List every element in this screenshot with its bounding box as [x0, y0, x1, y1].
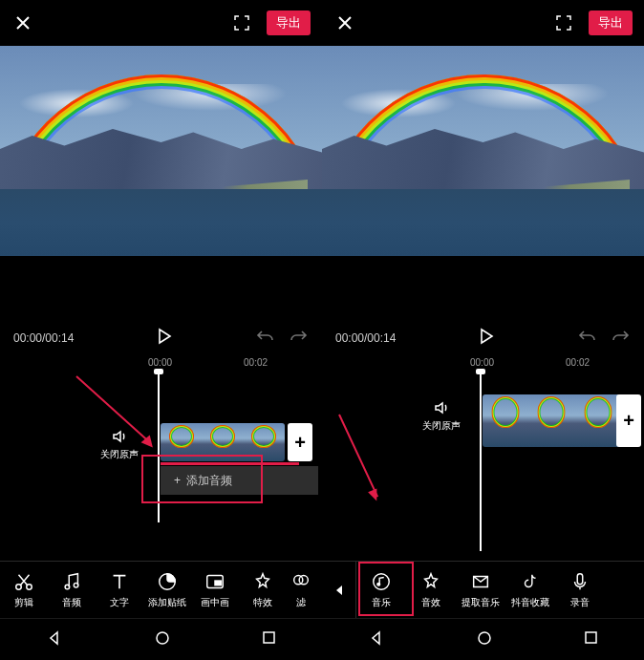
fullscreen-icon[interactable]	[230, 11, 253, 34]
svg-rect-10	[264, 632, 274, 643]
bottom-toolbar: 音乐 音效 提取音乐 抖音收藏 录音	[322, 561, 644, 618]
export-button[interactable]: 导出	[267, 11, 311, 35]
ruler-mark: 00:00	[148, 357, 172, 368]
tool-label: 剪辑	[14, 596, 33, 609]
annotation-box	[141, 455, 263, 503]
mute-toggle[interactable]: 关闭原声	[100, 428, 139, 461]
tool-record[interactable]: 录音	[555, 562, 605, 618]
nav-home[interactable]	[155, 630, 170, 649]
tool-douyin[interactable]: 抖音收藏	[505, 562, 555, 618]
play-button[interactable]	[479, 328, 494, 349]
top-bar: 导出	[322, 0, 644, 46]
add-clip-button[interactable]: +	[288, 423, 312, 461]
tool-effect[interactable]: 特效	[239, 562, 287, 618]
playhead[interactable]	[480, 371, 482, 551]
video-preview[interactable]	[0, 46, 322, 256]
annotation-arrow-head	[368, 489, 381, 503]
svg-point-14	[479, 632, 490, 644]
tool-music[interactable]: 音乐	[356, 562, 406, 618]
svg-point-11	[374, 573, 390, 589]
nav-home[interactable]	[477, 630, 492, 649]
svg-rect-13	[577, 573, 583, 584]
play-button[interactable]	[157, 328, 172, 349]
tool-sfx[interactable]: 音效	[406, 562, 456, 618]
close-icon[interactable]	[11, 11, 34, 34]
ruler-mark: 00:00	[470, 357, 494, 368]
screen-left: 导出 00:00/00:14 00:00 00:02 关闭原	[0, 0, 322, 660]
ruler-mark: 00:02	[566, 357, 590, 368]
tool-label: 音乐	[372, 596, 391, 609]
tool-label: 添加贴纸	[148, 596, 186, 609]
svg-point-9	[157, 632, 168, 644]
toolbar-back[interactable]	[322, 562, 356, 618]
tool-label: 录音	[570, 596, 590, 609]
export-button[interactable]: 导出	[589, 11, 633, 35]
svg-point-12	[377, 583, 380, 585]
svg-rect-15	[586, 632, 596, 643]
timeline[interactable]: 关闭原声 +	[322, 371, 644, 561]
fullscreen-icon[interactable]	[552, 11, 575, 34]
tool-text[interactable]: 文字	[96, 562, 143, 618]
svg-point-8	[299, 575, 308, 584]
nav-recent[interactable]	[262, 630, 276, 649]
tool-label: 抖音收藏	[511, 596, 549, 609]
tool-label: 特效	[253, 596, 272, 609]
svg-rect-6	[215, 581, 221, 585]
add-clip-button[interactable]: +	[616, 394, 641, 447]
time-display: 00:00/00:14	[13, 331, 74, 345]
nav-recent[interactable]	[584, 630, 598, 649]
mute-toggle[interactable]: 关闭原声	[422, 399, 461, 433]
tool-cut[interactable]: 剪辑	[0, 562, 48, 618]
redo-button[interactable]	[288, 329, 309, 348]
system-nav	[0, 618, 322, 660]
tool-pip[interactable]: 画中画	[191, 562, 239, 618]
top-bar: 导出	[0, 0, 322, 46]
tool-label: 文字	[110, 596, 129, 609]
nav-back[interactable]	[368, 629, 385, 650]
svg-point-2	[65, 585, 70, 589]
tool-label: 音效	[421, 596, 440, 609]
tool-label: 画中画	[201, 596, 229, 609]
tool-audio[interactable]: 音频	[48, 562, 96, 618]
close-icon[interactable]	[333, 11, 356, 34]
screen-right: 导出 00:00/00:14 00:00 00:02 关闭原	[322, 0, 644, 660]
tool-sticker[interactable]: 添加贴纸	[143, 562, 191, 618]
tool-label: 音频	[62, 596, 81, 609]
bottom-toolbar: 剪辑 音频 文字 添加贴纸 画中画 特效	[0, 561, 322, 618]
undo-button[interactable]	[577, 329, 598, 348]
nav-back[interactable]	[46, 629, 63, 650]
playback-controls: 00:00/00:14	[322, 323, 644, 353]
time-display: 00:00/00:14	[335, 331, 396, 345]
video-clip[interactable]	[483, 394, 621, 447]
mute-label: 关闭原声	[100, 449, 139, 459]
timeline[interactable]: 关闭原声 + +添加音频	[0, 371, 322, 561]
system-nav	[322, 618, 644, 660]
annotation-arrow	[338, 415, 378, 498]
video-preview[interactable]	[322, 46, 644, 256]
tool-label: 提取音乐	[462, 596, 500, 609]
undo-button[interactable]	[255, 329, 276, 348]
tool-label: 滤	[296, 596, 306, 609]
ruler-mark: 00:02	[244, 357, 268, 368]
mute-label: 关闭原声	[422, 420, 461, 431]
redo-button[interactable]	[610, 329, 631, 348]
svg-point-3	[74, 583, 78, 587]
tool-extract[interactable]: 提取音乐	[456, 562, 505, 618]
tool-filter[interactable]: 滤	[287, 562, 315, 618]
playback-controls: 00:00/00:14	[0, 323, 322, 353]
